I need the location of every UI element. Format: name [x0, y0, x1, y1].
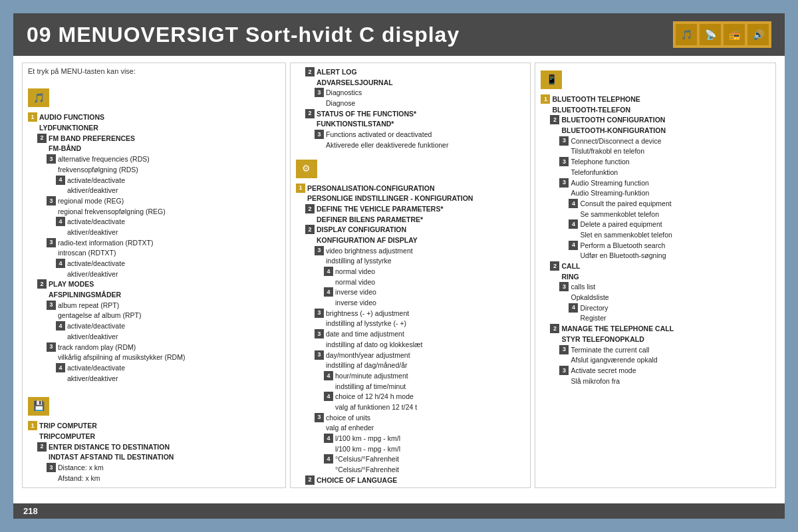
level-badge: 1: [541, 94, 550, 104]
level-badge: 3: [315, 246, 324, 255]
icon-signal: 📡: [700, 24, 721, 45]
list-item: 2 FM BAND PREFERENCES: [37, 134, 280, 144]
list-item: indstilling af dag/måned/år: [315, 360, 525, 370]
list-item: Slet en sammenkoblet telefon: [569, 230, 770, 240]
level-badge: 2: [37, 279, 47, 289]
personal-section-icon: ⚙: [296, 160, 317, 178]
list-item: VALG AF SPROG: [305, 485, 525, 488]
list-item: LYDFUNKTIONER: [28, 123, 280, 133]
trip-section-icon: 💾: [28, 397, 49, 416]
list-item: vilkårlig afspilning af musikstykker (RD…: [47, 352, 280, 362]
list-item: ADVARSELSJOURNAL: [305, 78, 525, 88]
list-item: 3 choice of units: [315, 413, 525, 423]
level-badge: 1: [28, 112, 37, 122]
level-badge: 4: [324, 267, 333, 276]
list-item: 4 hour/minute adjustment: [324, 371, 525, 381]
list-item: 2 DISPLAY CONFIGURATION: [305, 225, 525, 235]
list-item: indstilling af dato og klokkeslæt: [315, 340, 525, 350]
list-item: aktiver/deaktiver: [56, 332, 280, 342]
list-item: 3 Functions activated or deactivated: [315, 130, 525, 140]
level-badge: 2: [37, 134, 47, 143]
list-item: 4 °Celsius/°Fahrenheit: [324, 454, 525, 464]
level-badge: 3: [315, 88, 324, 97]
level-badge: 3: [559, 157, 569, 166]
list-item: 4 activate/deactivate: [56, 321, 280, 331]
level-badge: 2: [305, 204, 315, 213]
list-item: 3 calls list: [559, 282, 770, 292]
header: 09 MENUOVERSIGT Sort-hvidt C display 🎵 📡…: [13, 13, 785, 56]
list-item: Telefonfunktion: [559, 168, 770, 178]
list-item: 3 Telephone function: [559, 157, 770, 167]
icon-radio: 📻: [724, 24, 745, 45]
level-badge: 3: [47, 301, 56, 310]
list-item: 1 PERSONALISATION-CONFIGURATION: [296, 184, 525, 194]
level-badge: 3: [559, 178, 569, 188]
level-badge: 2: [305, 225, 315, 234]
bluetooth-section-icon: 📱: [541, 70, 562, 89]
level-badge: 4: [56, 217, 65, 226]
list-item: Diagnose: [315, 98, 525, 108]
list-item: regional frekvensopfølgning (REG): [47, 207, 280, 217]
list-item: BLUETOOTH-TELEFON: [541, 105, 770, 115]
list-item: 2 DEFINE THE VEHICLE PARAMETERS*: [305, 204, 525, 214]
list-item: FM-BÅND: [37, 144, 280, 154]
list-item: l/100 km - mpg - km/l: [324, 444, 525, 454]
list-item: 3 Diagnostics: [315, 88, 525, 98]
level-badge: 2: [305, 475, 315, 485]
level-badge: 4: [56, 363, 65, 372]
list-item: 2 BLUETOOTH CONFIGURATION: [550, 115, 770, 125]
list-item: aktiver/deaktiver: [56, 374, 280, 384]
list-item: 4 Directory: [569, 303, 770, 313]
list-item: valg af funktionen 12 t/24 t: [324, 402, 525, 412]
list-item: Se sammenkoblet telefon: [569, 209, 770, 219]
list-item: 1 AUDIO FUNCTIONS: [28, 112, 280, 122]
page-number: 218: [23, 506, 38, 516]
list-item: Aktiverede eller deaktiverede funktioner: [315, 140, 525, 150]
level-badge: 3: [47, 196, 56, 205]
level-badge: 3: [559, 136, 569, 146]
list-item: 4 l/100 km - mpg - km/l: [324, 434, 525, 444]
list-item: 4 inverse video: [324, 287, 525, 297]
list-item: 3 brightness (- +) adjustment: [315, 309, 525, 319]
list-item: 3 alternative frequencies (RDS): [47, 154, 280, 164]
list-item: BLUETOOTH-KONFIGURATION: [550, 126, 770, 136]
list-item: 4 activate/deactivate: [56, 259, 280, 269]
list-item: INDTAST AFSTAND TIL DESTINATION: [37, 452, 280, 462]
column-right: 📱 1 BLUETOOTH TELEPHONE BLUETOOTH-TELEFO…: [535, 63, 776, 488]
level-badge: 3: [315, 350, 324, 360]
level-badge: 3: [47, 342, 56, 352]
list-item: Afslut igangværende opkald: [559, 355, 770, 365]
level-badge: 2: [550, 324, 559, 333]
list-item: STYR TELEFONOPKALD: [550, 334, 770, 344]
list-item: aktiver/deaktiver: [56, 186, 280, 196]
list-item: 2 ENTER DISTANCE TO DESTINATION: [37, 442, 280, 452]
level-badge: 4: [56, 259, 65, 268]
list-item: 3 Connect/Disconnect a device: [559, 136, 770, 146]
list-item: 3 Distance: x km: [47, 463, 280, 473]
list-item: Audio Streaming-funktion: [559, 188, 770, 198]
column-mid: 2 ALERT LOG ADVARSELSJOURNAL 3 Diagnosti…: [290, 63, 531, 488]
list-item: 2 ALERT LOG: [305, 67, 525, 77]
list-item: PERSONLIGE INDSTILLINGER - KONFIGURATION: [296, 194, 525, 203]
list-item: normal video: [324, 277, 525, 287]
list-item: 4 normal video: [324, 267, 525, 277]
list-item: 2 CALL: [550, 261, 770, 271]
list-item: FUNKTIONSTILSTAND*: [305, 119, 525, 129]
level-badge: 2: [37, 442, 47, 452]
list-item: 2 CHOICE OF LANGUAGE: [305, 475, 525, 485]
list-item: 3 album repeat (RPT): [47, 301, 280, 311]
list-item: aktiver/deaktiver: [56, 227, 280, 237]
level-badge: 3: [559, 345, 569, 354]
column-left: Et tryk på MENU-tasten kan vise: 🎵 1 AUD…: [22, 63, 286, 488]
level-badge: 3: [47, 154, 56, 164]
audio-section-icon: 🎵: [28, 88, 49, 107]
level-badge: 2: [550, 115, 559, 124]
level-badge: 3: [559, 366, 569, 375]
list-item: 4 activate/deactivate: [56, 217, 280, 227]
list-item: 3 regional mode (REG): [47, 196, 280, 206]
level-badge: 1: [296, 184, 305, 193]
list-item: Udfør en Bluetooth-søgning: [569, 251, 770, 261]
level-badge: 4: [56, 176, 65, 185]
list-item: AFSPILNINGSMÅDER: [37, 290, 280, 300]
list-item: 3 Activate secret mode: [559, 366, 770, 376]
